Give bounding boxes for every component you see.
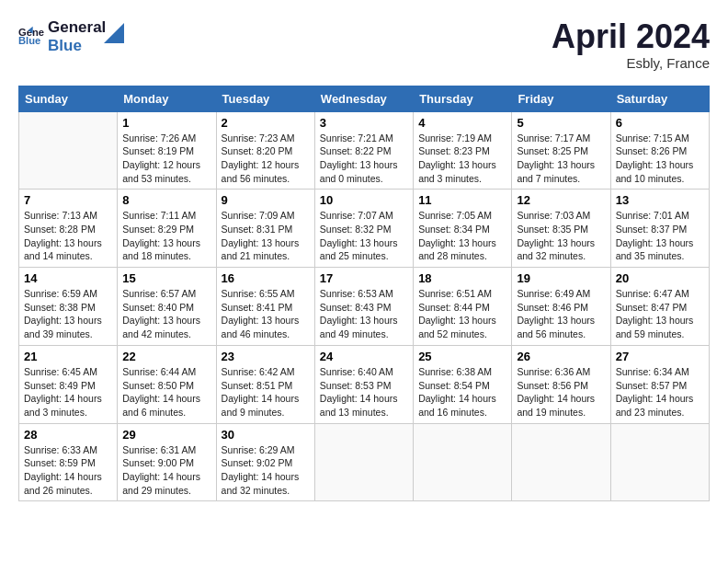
- day-number: 22: [122, 350, 210, 363]
- day-info: Sunrise: 6:33 AM Sunset: 8:59 PM Dayligh…: [24, 443, 112, 498]
- day-cell: 11Sunrise: 7:05 AM Sunset: 8:34 PM Dayli…: [414, 190, 512, 268]
- day-cell: 17Sunrise: 6:53 AM Sunset: 8:43 PM Dayli…: [314, 268, 413, 346]
- day-info: Sunrise: 7:01 AM Sunset: 8:37 PM Dayligh…: [616, 209, 704, 263]
- day-info: Sunrise: 6:34 AM Sunset: 8:57 PM Dayligh…: [616, 365, 704, 419]
- day-info: Sunrise: 6:51 AM Sunset: 8:44 PM Dayligh…: [418, 287, 506, 341]
- header-saturday: Saturday: [610, 86, 709, 111]
- day-cell: [414, 423, 512, 501]
- day-cell: 27Sunrise: 6:34 AM Sunset: 8:57 PM Dayli…: [610, 345, 709, 423]
- day-cell: 8Sunrise: 7:11 AM Sunset: 8:29 PM Daylig…: [118, 190, 216, 268]
- svg-marker-3: [104, 23, 124, 43]
- day-cell: 24Sunrise: 6:40 AM Sunset: 8:53 PM Dayli…: [314, 345, 413, 423]
- page-header: General Blue General Blue April 2024 Esb…: [18, 18, 710, 71]
- day-info: Sunrise: 7:21 AM Sunset: 8:22 PM Dayligh…: [320, 132, 408, 186]
- header-friday: Friday: [512, 86, 610, 111]
- day-cell: 15Sunrise: 6:57 AM Sunset: 8:40 PM Dayli…: [118, 268, 216, 346]
- logo-blue: Blue: [48, 37, 106, 55]
- day-number: 8: [122, 193, 210, 207]
- day-number: 27: [616, 350, 704, 363]
- day-cell: 14Sunrise: 6:59 AM Sunset: 8:38 PM Dayli…: [19, 268, 118, 346]
- day-number: 26: [517, 350, 605, 363]
- day-number: 23: [222, 350, 310, 363]
- day-info: Sunrise: 7:23 AM Sunset: 8:20 PM Dayligh…: [222, 132, 310, 186]
- week-row-1: 1Sunrise: 7:26 AM Sunset: 8:19 PM Daylig…: [19, 111, 710, 190]
- day-cell: 19Sunrise: 6:49 AM Sunset: 8:46 PM Dayli…: [512, 268, 610, 346]
- day-info: Sunrise: 7:15 AM Sunset: 8:26 PM Dayligh…: [616, 132, 704, 186]
- day-cell: [19, 111, 118, 190]
- day-info: Sunrise: 7:07 AM Sunset: 8:32 PM Dayligh…: [320, 209, 408, 263]
- day-cell: 22Sunrise: 6:44 AM Sunset: 8:50 PM Dayli…: [118, 345, 216, 423]
- day-cell: 7Sunrise: 7:13 AM Sunset: 8:28 PM Daylig…: [19, 190, 118, 268]
- day-number: 13: [616, 193, 704, 207]
- day-cell: 26Sunrise: 6:36 AM Sunset: 8:56 PM Dayli…: [512, 345, 610, 423]
- day-number: 29: [122, 428, 210, 442]
- day-number: 7: [24, 193, 112, 207]
- day-number: 12: [517, 193, 605, 207]
- header-sunday: Sunday: [19, 86, 118, 111]
- day-info: Sunrise: 6:55 AM Sunset: 8:41 PM Dayligh…: [222, 287, 310, 341]
- day-number: 28: [24, 428, 112, 442]
- day-info: Sunrise: 6:29 AM Sunset: 9:02 PM Dayligh…: [222, 443, 310, 498]
- day-number: 6: [616, 116, 704, 130]
- day-cell: [314, 423, 413, 501]
- day-info: Sunrise: 6:31 AM Sunset: 9:00 PM Dayligh…: [122, 443, 210, 498]
- day-info: Sunrise: 6:38 AM Sunset: 8:54 PM Dayligh…: [418, 365, 506, 419]
- day-info: Sunrise: 7:26 AM Sunset: 8:19 PM Dayligh…: [122, 132, 210, 186]
- day-info: Sunrise: 6:42 AM Sunset: 8:51 PM Dayligh…: [222, 365, 310, 419]
- day-cell: 6Sunrise: 7:15 AM Sunset: 8:26 PM Daylig…: [610, 111, 709, 190]
- day-info: Sunrise: 6:40 AM Sunset: 8:53 PM Dayligh…: [320, 365, 408, 419]
- day-info: Sunrise: 6:59 AM Sunset: 8:38 PM Dayligh…: [24, 287, 112, 341]
- day-number: 19: [517, 271, 605, 285]
- day-cell: 2Sunrise: 7:23 AM Sunset: 8:20 PM Daylig…: [216, 111, 314, 190]
- day-info: Sunrise: 6:47 AM Sunset: 8:47 PM Dayligh…: [616, 287, 704, 341]
- logo-icon: General Blue: [18, 24, 44, 50]
- calendar-header-row: SundayMondayTuesdayWednesdayThursdayFrid…: [19, 86, 710, 111]
- day-info: Sunrise: 6:53 AM Sunset: 8:43 PM Dayligh…: [320, 287, 408, 341]
- day-number: 1: [122, 116, 210, 130]
- week-row-2: 7Sunrise: 7:13 AM Sunset: 8:28 PM Daylig…: [19, 190, 710, 268]
- day-cell: [512, 423, 610, 501]
- day-number: 15: [122, 271, 210, 285]
- day-cell: 5Sunrise: 7:17 AM Sunset: 8:25 PM Daylig…: [512, 111, 610, 190]
- day-number: 21: [24, 350, 112, 363]
- day-number: 25: [418, 350, 506, 363]
- day-cell: 30Sunrise: 6:29 AM Sunset: 9:02 PM Dayli…: [216, 423, 314, 501]
- header-wednesday: Wednesday: [314, 86, 413, 111]
- day-number: 9: [222, 193, 310, 207]
- day-number: 5: [517, 116, 605, 130]
- day-info: Sunrise: 7:09 AM Sunset: 8:31 PM Dayligh…: [222, 209, 310, 263]
- day-number: 14: [24, 271, 112, 285]
- day-cell: 4Sunrise: 7:19 AM Sunset: 8:23 PM Daylig…: [414, 111, 512, 190]
- day-cell: 18Sunrise: 6:51 AM Sunset: 8:44 PM Dayli…: [414, 268, 512, 346]
- month-title: April 2024: [552, 18, 710, 55]
- day-info: Sunrise: 6:44 AM Sunset: 8:50 PM Dayligh…: [122, 365, 210, 419]
- day-number: 2: [222, 116, 310, 130]
- day-info: Sunrise: 6:57 AM Sunset: 8:40 PM Dayligh…: [122, 287, 210, 341]
- day-info: Sunrise: 7:19 AM Sunset: 8:23 PM Dayligh…: [418, 132, 506, 186]
- day-cell: 1Sunrise: 7:26 AM Sunset: 8:19 PM Daylig…: [118, 111, 216, 190]
- day-number: 4: [418, 116, 506, 130]
- day-number: 17: [320, 271, 408, 285]
- day-info: Sunrise: 7:13 AM Sunset: 8:28 PM Dayligh…: [24, 209, 112, 263]
- day-cell: 9Sunrise: 7:09 AM Sunset: 8:31 PM Daylig…: [216, 190, 314, 268]
- day-number: 20: [616, 271, 704, 285]
- location-subtitle: Esbly, France: [552, 55, 710, 71]
- day-cell: 25Sunrise: 6:38 AM Sunset: 8:54 PM Dayli…: [414, 345, 512, 423]
- day-cell: 10Sunrise: 7:07 AM Sunset: 8:32 PM Dayli…: [314, 190, 413, 268]
- week-row-5: 28Sunrise: 6:33 AM Sunset: 8:59 PM Dayli…: [19, 423, 710, 501]
- logo: General Blue General Blue: [18, 18, 124, 54]
- week-row-4: 21Sunrise: 6:45 AM Sunset: 8:49 PM Dayli…: [19, 345, 710, 423]
- day-number: 16: [222, 271, 310, 285]
- svg-text:Blue: Blue: [18, 35, 40, 46]
- day-info: Sunrise: 7:17 AM Sunset: 8:25 PM Dayligh…: [517, 132, 605, 186]
- day-number: 10: [320, 193, 408, 207]
- day-cell: 13Sunrise: 7:01 AM Sunset: 8:37 PM Dayli…: [610, 190, 709, 268]
- day-cell: 28Sunrise: 6:33 AM Sunset: 8:59 PM Dayli…: [19, 423, 118, 501]
- week-row-3: 14Sunrise: 6:59 AM Sunset: 8:38 PM Dayli…: [19, 268, 710, 346]
- day-info: Sunrise: 6:49 AM Sunset: 8:46 PM Dayligh…: [517, 287, 605, 341]
- day-number: 18: [418, 271, 506, 285]
- header-monday: Monday: [118, 86, 216, 111]
- header-tuesday: Tuesday: [216, 86, 314, 111]
- day-cell: 12Sunrise: 7:03 AM Sunset: 8:35 PM Dayli…: [512, 190, 610, 268]
- day-number: 3: [320, 116, 408, 130]
